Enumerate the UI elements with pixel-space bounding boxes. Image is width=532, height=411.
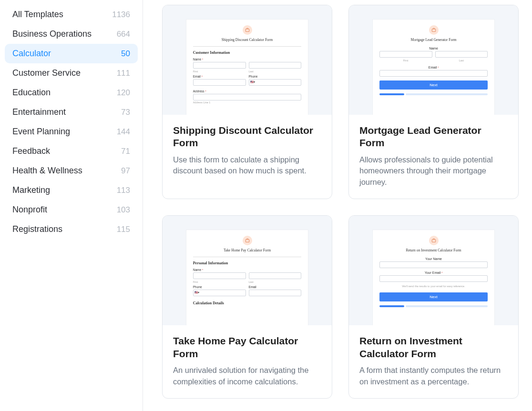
briefcase-icon <box>243 236 252 245</box>
sidebar-item-count: 1136 <box>112 10 130 20</box>
template-card-take-home-pay[interactable]: Take Home Pay Calculator Form Personal I… <box>162 215 332 398</box>
sidebar-item-customer-service[interactable]: Customer Service 111 <box>5 63 138 83</box>
briefcase-icon <box>243 25 252 35</box>
sidebar-item-count: 115 <box>117 225 130 234</box>
svg-rect-0 <box>246 29 249 31</box>
template-card-mortgage-lead[interactable]: Mortgage Lead Generator Form Name FirstL… <box>348 5 519 199</box>
sidebar-item-all-templates[interactable]: All Templates 1136 <box>5 5 138 24</box>
sidebar-item-marketing[interactable]: Marketing 113 <box>5 180 138 200</box>
sidebar-item-business-operations[interactable]: Business Operations 664 <box>5 24 138 44</box>
sidebar-item-label: Entertainment <box>12 107 66 117</box>
sidebar-item-label: Health & Wellness <box>12 166 82 176</box>
briefcase-icon <box>429 25 439 35</box>
template-description: A form that instantly computes the retur… <box>359 365 508 388</box>
sidebar-item-label: Feedback <box>12 146 50 156</box>
preview-title: Return on Investment Calculator Form <box>406 248 461 252</box>
sidebar-item-label: Business Operations <box>12 29 92 39</box>
sidebar-item-event-planning[interactable]: Event Planning 144 <box>5 122 138 141</box>
preview-form: Return on Investment Calculator Form You… <box>373 230 495 325</box>
sidebar-item-health-wellness[interactable]: Health & Wellness 97 <box>5 161 138 180</box>
preview-label: Name <box>193 58 203 61</box>
preview-form: Take Home Pay Calculator Form Personal I… <box>186 230 308 325</box>
sidebar: All Templates 1136 Business Operations 6… <box>0 0 143 411</box>
sidebar-item-label: Calculator <box>12 49 51 59</box>
sidebar-item-count: 73 <box>121 108 130 117</box>
template-body: Return on Investment Calculator Form A f… <box>349 325 518 398</box>
sidebar-item-count: 111 <box>117 69 130 78</box>
template-card-roi-calculator[interactable]: Return on Investment Calculator Form You… <box>348 215 519 398</box>
sidebar-item-nonprofit[interactable]: Nonprofit 103 <box>5 200 138 220</box>
svg-rect-3 <box>432 240 436 242</box>
template-preview: Return on Investment Calculator Form You… <box>349 216 518 325</box>
sidebar-item-feedback[interactable]: Feedback 71 <box>5 141 138 161</box>
template-card-shipping-discount[interactable]: Shipping Discount Calculator Form Custom… <box>162 5 332 199</box>
preview-next-button: Next <box>379 292 488 301</box>
sidebar-item-count: 664 <box>117 30 130 39</box>
sidebar-item-label: Registrations <box>12 224 62 234</box>
sidebar-item-calculator[interactable]: Calculator 50 <box>5 44 138 63</box>
sidebar-item-count: 144 <box>117 127 130 137</box>
svg-rect-2 <box>246 240 249 242</box>
sidebar-item-count: 103 <box>117 205 130 215</box>
sidebar-item-registrations[interactable]: Registrations 115 <box>5 220 138 239</box>
template-preview: Shipping Discount Calculator Form Custom… <box>163 5 332 115</box>
template-grid: Shipping Discount Calculator Form Custom… <box>162 5 519 399</box>
template-body: Shipping Discount Calculator Form Use th… <box>163 115 332 199</box>
template-body: Mortgage Lead Generator Form Allows prof… <box>349 115 518 199</box>
template-title: Return on Investment Calculator Form <box>359 335 508 360</box>
preview-title: Take Home Pay Calculator Form <box>193 248 302 252</box>
sidebar-item-count: 120 <box>117 88 130 98</box>
preview-form: Mortgage Lead Generator Form Name FirstL… <box>373 20 495 115</box>
template-preview: Take Home Pay Calculator Form Personal I… <box>163 216 332 325</box>
svg-rect-1 <box>432 29 436 31</box>
template-description: Use this form to calculate a shipping di… <box>173 154 321 177</box>
preview-section: Calculation Details <box>193 301 224 305</box>
preview-section: Customer Information <box>193 50 230 55</box>
briefcase-icon <box>429 236 439 245</box>
template-title: Mortgage Lead Generator Form <box>359 124 508 150</box>
preview-title: Mortgage Lead Generator Form <box>410 38 456 42</box>
sidebar-item-label: Event Planning <box>12 127 70 137</box>
sidebar-item-label: All Templates <box>12 10 63 20</box>
preview-next-button: Next <box>379 80 488 90</box>
sidebar-item-count: 113 <box>117 186 130 195</box>
sidebar-item-count: 97 <box>121 166 130 176</box>
preview-form: Shipping Discount Calculator Form Custom… <box>186 20 308 115</box>
sidebar-item-count: 71 <box>121 147 130 156</box>
sidebar-item-label: Marketing <box>12 185 50 195</box>
template-preview: Mortgage Lead Generator Form Name FirstL… <box>349 5 518 115</box>
sidebar-item-education[interactable]: Education 120 <box>5 83 138 102</box>
preview-title: Shipping Discount Calculator Form <box>193 38 302 42</box>
sidebar-item-count: 50 <box>121 49 130 59</box>
template-description: An unrivaled solution for navigating the… <box>173 365 321 388</box>
sidebar-item-label: Nonprofit <box>12 205 47 215</box>
template-title: Take Home Pay Calculator Form <box>173 335 321 360</box>
sidebar-item-entertainment[interactable]: Entertainment 73 <box>5 102 138 122</box>
template-title: Shipping Discount Calculator Form <box>173 124 321 150</box>
preview-section: Personal Information <box>193 261 228 265</box>
template-body: Take Home Pay Calculator Form An unrival… <box>163 325 332 398</box>
template-description: Allows professionals to guide potential … <box>359 154 508 189</box>
sidebar-item-label: Customer Service <box>12 68 81 78</box>
sidebar-item-label: Education <box>12 88 51 98</box>
main-content: Shipping Discount Calculator Form Custom… <box>143 0 532 411</box>
